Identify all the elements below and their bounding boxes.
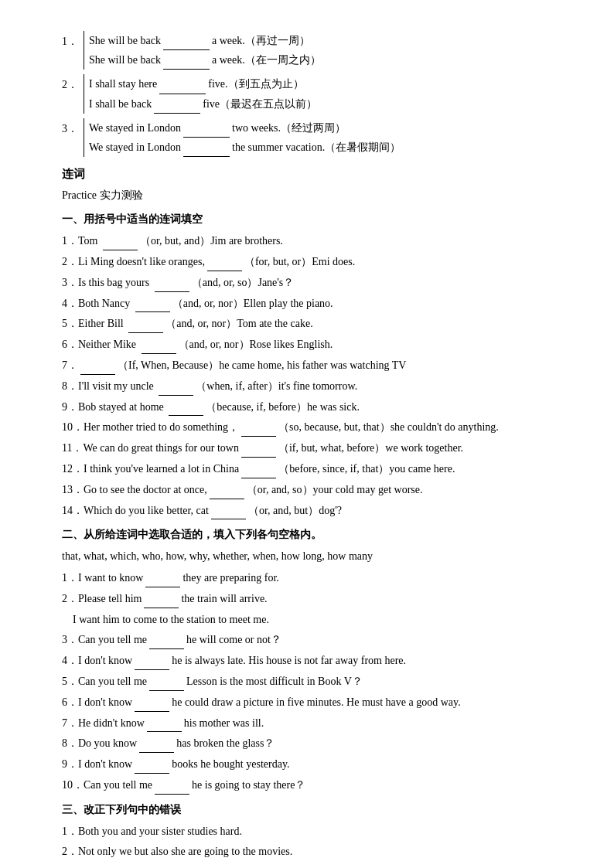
- num-1: 1．: [62, 31, 84, 51]
- s1-blank-13: [210, 499, 244, 499]
- num-2: 2．: [62, 74, 84, 94]
- practice-label: Practice 实力测验: [62, 186, 568, 205]
- s2-blank-7: [147, 731, 182, 732]
- brace-line-2-2: I shall be backfive（最迟在五点以前）: [89, 94, 317, 114]
- s2-item-4: 4．I don't knowhe is always late. His hou…: [62, 652, 568, 670]
- s1-blank-10: [241, 436, 276, 437]
- brace-line-2-1: I shall stay herefive.（到五点为止）: [89, 74, 317, 94]
- s2-blank-1: [145, 587, 180, 587]
- s1-item-10: 10．Her mother tried to do something，（so,…: [62, 418, 568, 437]
- s1-blank-12: [241, 478, 276, 478]
- s2-blank-3: [149, 648, 184, 649]
- s1-item-13: 13．Go to see the doctor at once,（or, and…: [62, 481, 568, 499]
- s1-item-5: 5．Either Bill （and, or, nor）Tom ate the …: [62, 315, 568, 333]
- blank-3-2: [183, 156, 230, 157]
- brace-line-3-2: We stayed in Londonthe summer vacation.（…: [89, 138, 401, 157]
- s2-item-2: 2．Please tell himthe train will arrive.: [62, 590, 568, 608]
- s1-item-12: 12．I think you've learned a lot in China…: [62, 460, 568, 478]
- s2-blank-8: [139, 752, 174, 753]
- brace-line-1-1: She will be backa week.（再过一周）: [89, 31, 321, 50]
- s2-blank-6: [135, 711, 169, 712]
- s1-blank-9: [169, 415, 203, 416]
- s1-blank-6: [142, 353, 176, 354]
- s1-blank-4: [135, 311, 170, 312]
- s1-blank-11: [241, 457, 276, 458]
- section2-wordlist: that, what, which, who, how, why, whethe…: [62, 547, 568, 566]
- s1-item-14: 14．Which do you like better, cat（or, and…: [62, 502, 568, 520]
- s1-item-8: 8．I'll visit my uncle （when, if, after）i…: [62, 377, 568, 396]
- s2-blank-10: [155, 794, 189, 795]
- num-3: 3．: [62, 118, 84, 138]
- s2-item-7: 7．He didn't knowhis mother was ill.: [62, 714, 568, 733]
- s2-item-9: 9．I don't knowbooks he bought yesterday.: [62, 755, 568, 774]
- s1-blank-3: [155, 291, 189, 292]
- blank-2-2: [154, 113, 200, 114]
- s2-blank-4: [135, 669, 169, 670]
- s3-item-3: 3．Either he or I are to go.: [62, 863, 568, 868]
- s2-blank-9: [135, 773, 169, 774]
- s1-item-7: 7．（If, When, Because）he came home, his f…: [62, 356, 568, 375]
- s1-item-9: 9．Bob stayed at home （because, if, befor…: [62, 398, 568, 417]
- s1-item-6: 6．Neither Mike （and, or, nor）Rose likes …: [62, 335, 568, 354]
- s2-item-2b: I want him to come to the station to mee…: [62, 611, 568, 629]
- s2-blank-2: [144, 608, 179, 608]
- s2-item-1: 1．I want to knowthey are preparing for.: [62, 569, 568, 587]
- brace-3: We stayed in Londontwo weeks.（经过两周） We s…: [84, 118, 401, 157]
- s3-item-2: 2．Not only we but also she are going to …: [62, 842, 568, 861]
- section3-title: 三、改正下列句中的错误: [62, 801, 568, 819]
- s2-item-8: 8．Do you knowhas broken the glass？: [62, 734, 568, 753]
- s1-blank-8: [159, 395, 193, 396]
- top-exercises-section: 1． She will be backa week.（再过一周） She wil…: [62, 31, 568, 157]
- lian-ci-title: 连词: [62, 165, 568, 185]
- s1-blank-5: [128, 332, 163, 333]
- exercise-group-3: 3． We stayed in Londontwo weeks.（经过两周） W…: [62, 118, 568, 157]
- s2-item-3: 3．Can you tell mehe will come or not？: [62, 631, 568, 649]
- s1-blank-14: [211, 519, 246, 519]
- s1-item-2: 2．Li Ming doesn't like oranges,（for, but…: [62, 253, 568, 271]
- exercise-group-2: 2． I shall stay herefive.（到五点为止） I shall…: [62, 74, 568, 113]
- brace-2: I shall stay herefive.（到五点为止） I shall be…: [84, 74, 317, 113]
- s2-item-6: 6．I don't knowhe could draw a picture in…: [62, 693, 568, 712]
- s1-item-11: 11．We can do great things for our town（i…: [62, 439, 568, 458]
- s3-item-1: 1．Both you and your sister studies hard.: [62, 822, 568, 841]
- brace-1: She will be backa week.（再过一周） She will b…: [84, 31, 321, 70]
- s2-item-10: 10．Can you tell mehe is going to stay th…: [62, 776, 568, 795]
- s2-blank-5: [149, 690, 184, 691]
- s1-item-3: 3．Is this bag yours （and, or, so）Jane's？: [62, 274, 568, 292]
- s1-blank-1: [103, 250, 138, 250]
- s1-blank-7: [80, 374, 115, 375]
- section1-title: 一、用括号中适当的连词填空: [62, 210, 568, 229]
- s1-item-1: 1．Tom （or, but, and）Jim are brothers.: [62, 232, 568, 250]
- s1-blank-2: [207, 271, 242, 271]
- blank-1-2: [163, 69, 210, 70]
- brace-line-3-1: We stayed in Londontwo weeks.（经过两周）: [89, 118, 401, 138]
- section2-title: 二、从所给连词中选取合适的，填入下列各句空格内。: [62, 526, 568, 544]
- brace-line-1-2: She will be backa week.（在一周之内）: [89, 50, 321, 70]
- s1-item-4: 4．Both Nancy （and, or, nor）Ellen play th…: [62, 294, 568, 313]
- s2-item-5: 5．Can you tell meLesson is the most diff…: [62, 672, 568, 691]
- exercise-group-1: 1． She will be backa week.（再过一周） She wil…: [62, 31, 568, 70]
